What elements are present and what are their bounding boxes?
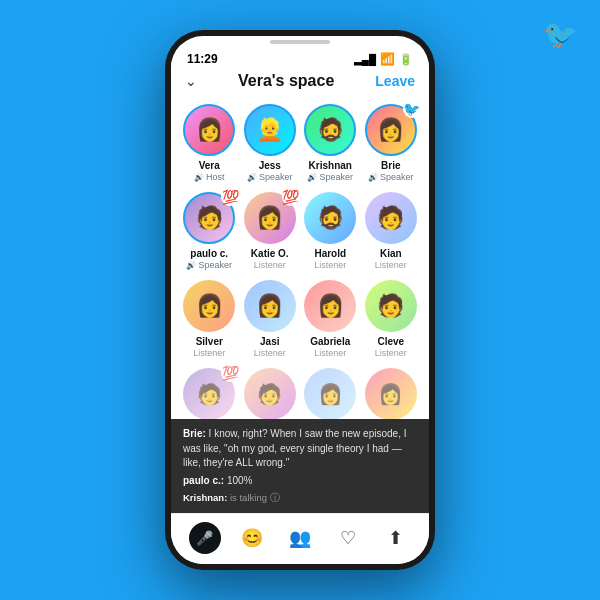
name-krishnan: Krishnan: [309, 160, 352, 171]
chevron-down-icon[interactable]: ⌄: [185, 73, 197, 89]
role-katie: Listener: [254, 260, 286, 270]
name-silver: Silver: [196, 336, 223, 347]
name-gabriela: Gabriela: [310, 336, 350, 347]
chat-status-line: Krishnan: is talking ⓘ: [183, 491, 417, 505]
participant-r4-2: 🧑: [242, 368, 298, 419]
avatar-wrap-paulo: 🧑 💯: [183, 192, 235, 244]
chat-speaker-2: paulo c.:: [183, 475, 224, 486]
name-cleve: Cleve: [377, 336, 404, 347]
participant-row-1: 👩 Vera 🔊Host 👱 Jess 🔊Speaker 🧔: [179, 104, 421, 182]
participant-jasi[interactable]: 👩 Jasi Listener: [242, 280, 298, 358]
notch: [270, 40, 330, 44]
name-vera: Vera: [199, 160, 220, 171]
role-paulo: 🔊Speaker: [186, 260, 232, 270]
participant-harold[interactable]: 🧔 Harold Listener: [302, 192, 358, 270]
avatar-krishnan: 🧔: [304, 104, 356, 156]
heart-button[interactable]: ♡: [332, 522, 364, 554]
participant-jess[interactable]: 👱 Jess 🔊Speaker: [242, 104, 298, 182]
avatar-wrap-krishnan: 🧔: [304, 104, 356, 156]
share-button[interactable]: ⬆: [379, 522, 411, 554]
avatar-cleve: 🧑: [365, 280, 417, 332]
phone-screen: 11:29 ▂▄█ 📶 🔋 ⌄ Vera's space Leave 👩 Ver…: [171, 36, 429, 564]
mute-button[interactable]: 🎤: [189, 522, 221, 554]
battery-icon: 🔋: [399, 53, 413, 66]
avatar-silver: 👩: [183, 280, 235, 332]
participant-row-3: 👩 Silver Listener 👩 Jasi Listener 👩: [179, 280, 421, 358]
participants-grid: 👩 Vera 🔊Host 👱 Jess 🔊Speaker 🧔: [171, 98, 429, 419]
avatar-wrap-jess: 👱: [244, 104, 296, 156]
status-icons: ▂▄█ 📶 🔋: [354, 52, 413, 66]
participant-krishnan[interactable]: 🧔 Krishnan 🔊Speaker: [302, 104, 358, 182]
name-kian: Kian: [380, 248, 402, 259]
brie-badge: 🐦: [403, 100, 421, 118]
space-title: Vera's space: [238, 72, 334, 90]
name-paulo: paulo c.: [190, 248, 228, 259]
avatar-wrap-kian: 🧑: [365, 192, 417, 244]
notch-area: [171, 36, 429, 46]
participant-row-2: 🧑 💯 paulo c. 🔊Speaker 👩 💯 Katie O. Liste…: [179, 192, 421, 270]
chat-status-text: is talking ⓘ: [230, 492, 280, 503]
avatar-kian: 🧑: [365, 192, 417, 244]
chat-overlay: Brie: I know, right? When I saw the new …: [171, 419, 429, 513]
leave-button[interactable]: Leave: [375, 73, 415, 89]
participant-kian[interactable]: 🧑 Kian Listener: [363, 192, 419, 270]
role-gabriela: Listener: [314, 348, 346, 358]
avatar-jasi: 👩: [244, 280, 296, 332]
name-jasi: Jasi: [260, 336, 279, 347]
chat-text-1: I know, right? When I saw the new episod…: [183, 428, 406, 468]
status-bar: 11:29 ▂▄█ 📶 🔋: [171, 46, 429, 68]
paulo-badge: 💯: [221, 188, 239, 206]
role-harold: Listener: [314, 260, 346, 270]
katie-badge: 💯: [282, 188, 300, 206]
avatar-wrap-gabriela: 👩: [304, 280, 356, 332]
avatar-wrap-harold: 🧔: [304, 192, 356, 244]
chat-speaker-3: Krishnan:: [183, 492, 227, 503]
signal-icon: ▂▄█: [354, 54, 376, 65]
role-krishnan: 🔊Speaker: [307, 172, 353, 182]
avatar-wrap-cleve: 🧑: [365, 280, 417, 332]
role-kian: Listener: [375, 260, 407, 270]
participant-r4-3: 👩: [302, 368, 358, 419]
role-vera: 🔊Host: [194, 172, 225, 182]
chat-text-2: 100%: [227, 475, 253, 486]
participant-r4-1: 🧑💯: [181, 368, 237, 419]
name-brie: Brie: [381, 160, 400, 171]
chat-line-2: paulo c.: 100%: [183, 474, 417, 489]
participant-cleve[interactable]: 🧑 Cleve Listener: [363, 280, 419, 358]
avatar-wrap-katie: 👩 💯: [244, 192, 296, 244]
space-header: ⌄ Vera's space Leave: [171, 68, 429, 98]
role-cleve: Listener: [375, 348, 407, 358]
participant-gabriela[interactable]: 👩 Gabriela Listener: [302, 280, 358, 358]
twitter-logo: 🐦: [543, 18, 578, 51]
participant-silver[interactable]: 👩 Silver Listener: [181, 280, 237, 358]
avatar-harold: 🧔: [304, 192, 356, 244]
avatar-wrap-brie: 👩 🐦: [365, 104, 417, 156]
avatar-wrap-vera: 👩: [183, 104, 235, 156]
participant-katie[interactable]: 👩 💯 Katie O. Listener: [242, 192, 298, 270]
role-jasi: Listener: [254, 348, 286, 358]
participant-row-4: 🧑💯 🧑 👩 👩: [179, 368, 421, 419]
role-jess: 🔊Speaker: [247, 172, 293, 182]
emoji-button[interactable]: 😊: [236, 522, 268, 554]
chat-speaker-1: Brie:: [183, 428, 206, 439]
participant-paulo[interactable]: 🧑 💯 paulo c. 🔊Speaker: [181, 192, 237, 270]
avatar-jess: 👱: [244, 104, 296, 156]
wifi-icon: 📶: [380, 52, 395, 66]
name-harold: Harold: [314, 248, 346, 259]
bottom-toolbar: 🎤 😊 👥 ♡ ⬆: [171, 513, 429, 564]
chat-line-1: Brie: I know, right? When I saw the new …: [183, 427, 417, 471]
avatar-wrap-silver: 👩: [183, 280, 235, 332]
role-silver: Listener: [193, 348, 225, 358]
avatar-vera: 👩: [183, 104, 235, 156]
phone-frame: 11:29 ▂▄█ 📶 🔋 ⌄ Vera's space Leave 👩 Ver…: [165, 30, 435, 570]
name-jess: Jess: [259, 160, 281, 171]
participant-r4-4: 👩: [363, 368, 419, 419]
participant-vera[interactable]: 👩 Vera 🔊Host: [181, 104, 237, 182]
avatar-wrap-jasi: 👩: [244, 280, 296, 332]
people-button[interactable]: 👥: [284, 522, 316, 554]
participant-brie[interactable]: 👩 🐦 Brie 🔊Speaker: [363, 104, 419, 182]
status-time: 11:29: [187, 52, 218, 66]
avatar-gabriela: 👩: [304, 280, 356, 332]
role-brie: 🔊Speaker: [368, 172, 414, 182]
name-katie: Katie O.: [251, 248, 289, 259]
